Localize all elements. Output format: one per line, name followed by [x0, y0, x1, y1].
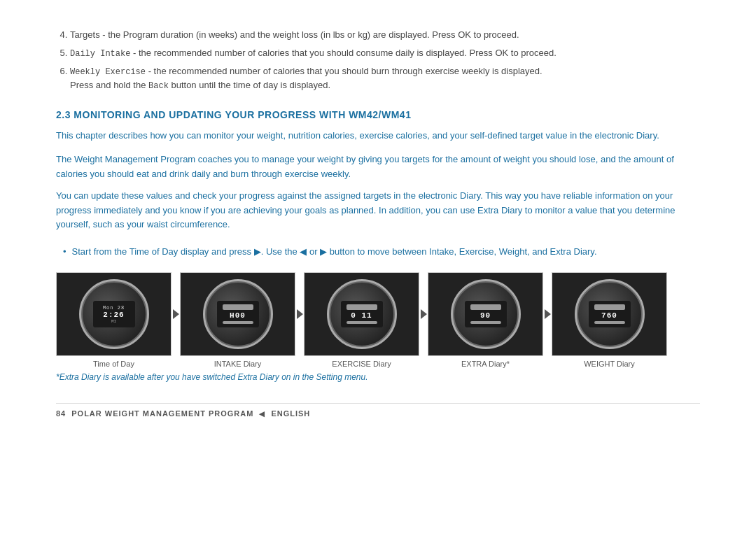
bullet-dot: •	[63, 245, 66, 260]
watch-bar-extra-1	[470, 304, 501, 310]
bullet-text: Start from the Time of Day display and p…	[72, 245, 597, 260]
watch-screen-intake: H00	[217, 301, 259, 327]
arrow-right-2: ▶	[320, 246, 327, 257]
footer-brand: POLAR WEIGHT MANAGEMENT PROGRAM	[71, 409, 253, 418]
diary-images-row: Mon 28 2:26 MI Time of Day H00 INTAKE Di	[56, 272, 700, 368]
arrow-3	[415, 272, 432, 356]
diary-image-weight: 760	[552, 272, 667, 356]
diary-label-time: Time of Day	[93, 360, 134, 368]
watch-main-time: 2:26	[103, 311, 124, 319]
section-heading: 2.3 MONITORING AND UPDATING YOUR PROGRES…	[56, 109, 700, 120]
arrow-1	[167, 272, 184, 356]
diary-image-exercise: 0 11	[304, 272, 419, 356]
watch-body-exercise: 0 11	[327, 279, 397, 349]
watch-top-time: Mon 28	[103, 305, 125, 311]
watch-bar-weight-2	[594, 321, 625, 324]
diary-item-time-of-day: Mon 28 2:26 MI Time of Day	[56, 272, 172, 368]
weekly-exercise-code: Weekly Exercise	[70, 67, 146, 77]
watch-bar-weight-1	[594, 304, 625, 310]
diary-label-exercise: EXERCISE Diary	[332, 360, 391, 368]
diary-item-weight: 760 WEIGHT Diary	[552, 272, 667, 368]
body-paragraph-2: You can update these values and check yo…	[56, 189, 700, 232]
bullet-part1: Start from the Time of Day display and p…	[72, 246, 254, 257]
bullet-section: • Start from the Time of Day display and…	[63, 245, 700, 260]
watch-main-extra: 90	[480, 311, 491, 320]
arrow-4	[539, 272, 556, 356]
diary-item-extra: 90 EXTRA Diary*	[428, 272, 543, 368]
arrow-icon-3	[415, 306, 432, 323]
watch-body-intake: H00	[203, 279, 273, 349]
watch-main-exercise: 0 11	[351, 311, 372, 320]
footer-page-number: 84	[56, 409, 66, 418]
list-item-6: Weekly Exercise - the recommended number…	[70, 64, 700, 92]
watch-bar-exercise-1	[346, 304, 377, 310]
watch-bar-intake-2	[223, 321, 253, 324]
footer-language: ENGLISH	[271, 409, 310, 418]
intro-paragraph: This chapter describes how you can monit…	[56, 129, 700, 143]
diary-label-extra: EXTRA Diary*	[461, 360, 510, 368]
watch-bar-extra-2	[470, 321, 501, 324]
diary-image-extra: 90	[428, 272, 543, 356]
list-item-6-cont: Press and hold the Back button until the…	[70, 80, 330, 90]
watch-body-extra: 90	[451, 279, 521, 349]
watch-sub-time: MI	[111, 319, 116, 324]
numbered-list: Targets - the Program duration (in weeks…	[56, 28, 700, 92]
bullet-item-1: • Start from the Time of Day display and…	[63, 245, 700, 260]
diary-label-weight: WEIGHT Diary	[584, 360, 635, 368]
watch-screen-exercise: 0 11	[341, 301, 383, 327]
list-item-5: Daily Intake - the recommended number of…	[70, 46, 700, 60]
watch-body-weight: 760	[575, 279, 645, 349]
diary-image-intake: H00	[180, 272, 295, 356]
list-item-4: Targets - the Program duration (in weeks…	[70, 28, 700, 42]
arrow-left: ◀	[300, 246, 307, 257]
watch-screen-time: Mon 28 2:26 MI	[93, 301, 135, 327]
arrow-right-1: ▶	[254, 246, 261, 257]
diary-item-intake: H00 INTAKE Diary	[180, 272, 295, 368]
arrow-2	[291, 272, 308, 356]
list-item-6-rest: - the recommended number of calories tha…	[148, 66, 542, 76]
watch-bar-intake-1	[223, 304, 253, 310]
watch-main-weight: 760	[601, 311, 617, 320]
daily-intake-code: Daily Intake	[70, 49, 130, 59]
diary-item-exercise: 0 11 EXERCISE Diary	[304, 272, 419, 368]
footer-triangle: ◀	[259, 410, 265, 418]
footer: 84 POLAR WEIGHT MANAGEMENT PROGRAM ◀ ENG…	[56, 403, 700, 418]
watch-screen-extra: 90	[465, 301, 507, 327]
diary-label-intake: INTAKE Diary	[214, 360, 262, 368]
body-paragraph-1: The Weight Management Program coaches yo…	[56, 153, 700, 182]
watch-main-intake: H00	[230, 311, 246, 320]
arrow-icon-4	[539, 306, 556, 323]
extra-note: *Extra Diary is available after you have…	[56, 372, 700, 382]
back-code: Back	[148, 81, 169, 91]
diary-image-time: Mon 28 2:26 MI	[56, 272, 172, 356]
watch-screen-weight: 760	[589, 301, 631, 327]
watch-bar-exercise-2	[346, 321, 377, 324]
bullet-part3: or	[307, 246, 320, 257]
watch-body-time: Mon 28 2:26 MI	[79, 279, 149, 349]
list-item-5-rest: - the recommended number of calories tha…	[133, 48, 556, 58]
arrow-icon-1	[167, 306, 184, 323]
arrow-icon-2	[291, 306, 308, 323]
bullet-part4: button to move between Intake, Exercise,…	[327, 246, 596, 257]
bullet-part2: . Use the	[261, 246, 300, 257]
